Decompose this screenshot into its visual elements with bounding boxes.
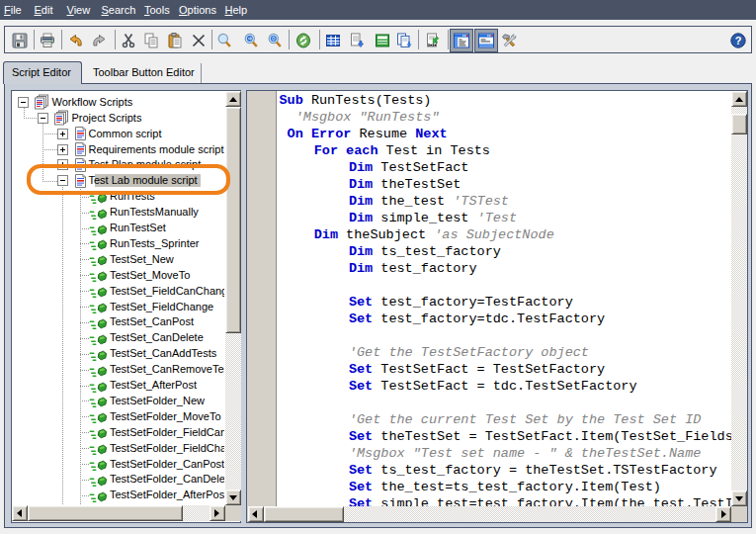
svg-text:?: ? [734, 35, 741, 46]
